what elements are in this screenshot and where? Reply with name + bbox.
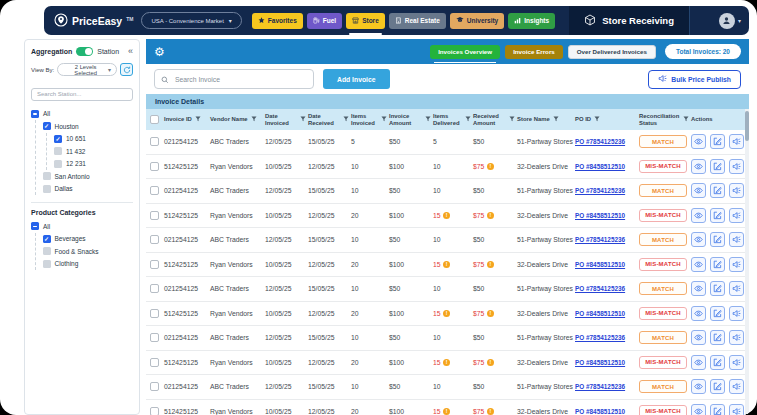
po-link[interactable]: PO #7854125236 <box>575 383 625 390</box>
po-link[interactable]: PO #7854125236 <box>575 285 625 292</box>
checkbox-all[interactable] <box>31 110 39 118</box>
edit-button[interactable] <box>710 404 725 415</box>
edit-button[interactable] <box>710 330 725 345</box>
po-link[interactable]: PO #8458512510 <box>575 408 625 415</box>
publish-button[interactable] <box>729 183 744 198</box>
po-link[interactable]: PO #7854125236 <box>575 138 625 145</box>
nav-item-store[interactable]: Store <box>346 13 385 29</box>
publish-button[interactable] <box>729 257 744 272</box>
nav-item-insights[interactable]: Insights <box>508 13 555 29</box>
view-button[interactable] <box>691 232 706 247</box>
checkbox-all[interactable] <box>31 222 39 230</box>
edit-button[interactable] <box>710 134 725 149</box>
edit-button[interactable] <box>710 306 725 321</box>
view-button[interactable] <box>691 379 706 394</box>
bulk-price-publish-button[interactable]: Bulk Price Publish <box>648 70 741 89</box>
checkbox-12-231[interactable] <box>54 160 62 168</box>
filter-icon[interactable] <box>195 116 201 123</box>
view-button[interactable] <box>691 355 706 370</box>
tree-item-dallas[interactable]: Dallas <box>43 183 134 196</box>
tree-item-beverages[interactable]: Beverages <box>43 233 134 246</box>
row-checkbox[interactable] <box>150 284 159 293</box>
edit-button[interactable] <box>710 355 725 370</box>
tree-item-11-432[interactable]: 11 432 <box>54 145 133 158</box>
po-link[interactable]: PO #8458512510 <box>575 261 625 268</box>
market-selector[interactable]: USA - Convenience Market ▾ <box>141 12 241 29</box>
publish-button[interactable] <box>729 379 744 394</box>
publish-button[interactable] <box>729 355 744 370</box>
row-checkbox[interactable] <box>150 211 159 220</box>
filter-icon[interactable] <box>465 116 471 123</box>
view-button[interactable] <box>691 404 706 415</box>
aggregation-toggle[interactable] <box>76 47 93 56</box>
edit-button[interactable] <box>710 281 725 296</box>
view-button[interactable] <box>691 183 706 198</box>
scrollbar-thumb[interactable] <box>745 111 749 141</box>
refresh-button[interactable] <box>120 63 133 76</box>
select-all-checkbox[interactable] <box>150 115 159 124</box>
publish-button[interactable] <box>729 330 744 345</box>
view-button[interactable] <box>691 134 706 149</box>
nav-item-fuel[interactable]: Fuel <box>307 13 342 29</box>
publish-button[interactable] <box>729 404 744 415</box>
tree-item-clothing[interactable]: Clothing <box>43 258 134 271</box>
tree-item-all[interactable]: All <box>31 220 133 233</box>
filter-icon[interactable] <box>425 116 431 123</box>
view-button[interactable] <box>691 281 706 296</box>
publish-button[interactable] <box>729 208 744 223</box>
publish-button[interactable] <box>729 134 744 149</box>
nav-item-real-estate[interactable]: Real Estate <box>389 13 446 29</box>
filter-icon[interactable] <box>594 116 600 123</box>
collapse-sidebar-icon[interactable]: « <box>128 47 133 56</box>
view-button[interactable] <box>691 306 706 321</box>
nav-item-favorites[interactable]: Favorites <box>252 13 303 29</box>
checkbox-food-snacks[interactable] <box>43 247 51 255</box>
row-checkbox[interactable] <box>150 382 159 391</box>
filter-icon[interactable] <box>251 116 257 123</box>
view-button[interactable] <box>691 257 706 272</box>
row-checkbox[interactable] <box>150 137 159 146</box>
tab-over-delivered-invoices[interactable]: Over Delivered Invoices <box>568 45 656 59</box>
po-link[interactable]: PO #7854125236 <box>575 187 625 194</box>
edit-button[interactable] <box>710 208 725 223</box>
publish-button[interactable] <box>729 306 744 321</box>
checkbox-10-651[interactable] <box>54 135 62 143</box>
po-link[interactable]: PO #8458512510 <box>575 359 625 366</box>
view-button[interactable] <box>691 330 706 345</box>
publish-button[interactable] <box>729 159 744 174</box>
checkbox-houston[interactable] <box>43 122 51 130</box>
po-link[interactable]: PO #7854125236 <box>575 334 625 341</box>
row-checkbox[interactable] <box>150 407 159 415</box>
tree-item-food-snacks[interactable]: Food & Snacks <box>43 245 134 258</box>
checkbox-clothing[interactable] <box>43 260 51 268</box>
row-checkbox[interactable] <box>150 186 159 195</box>
filter-icon[interactable] <box>553 116 559 123</box>
tree-item-12-231[interactable]: 12 231 <box>54 158 133 171</box>
station-search-input[interactable] <box>31 88 133 101</box>
filter-icon[interactable] <box>381 116 387 123</box>
view-button[interactable] <box>691 208 706 223</box>
filter-icon[interactable] <box>509 116 515 123</box>
po-link[interactable]: PO #7854125236 <box>575 236 625 243</box>
nav-item-university[interactable]: University <box>450 13 504 29</box>
row-checkbox[interactable] <box>150 358 159 367</box>
row-checkbox[interactable] <box>150 260 159 269</box>
tree-item-10-651[interactable]: 10 651 <box>54 133 133 146</box>
tab-invoices-overview[interactable]: Invoices Overview <box>430 45 500 59</box>
view-by-dropdown[interactable]: 2 Levels Selected ▾ <box>57 63 117 76</box>
add-invoice-button[interactable]: Add Invoice <box>323 69 390 89</box>
tab-invoice-errors[interactable]: Invoice Errors <box>505 45 563 59</box>
edit-button[interactable] <box>710 232 725 247</box>
edit-button[interactable] <box>710 379 725 394</box>
edit-button[interactable] <box>710 159 725 174</box>
publish-button[interactable] <box>729 232 744 247</box>
invoice-search-input[interactable] <box>173 75 307 84</box>
row-checkbox[interactable] <box>150 235 159 244</box>
publish-button[interactable] <box>729 281 744 296</box>
checkbox-san-antonio[interactable] <box>43 172 51 180</box>
checkbox-beverages[interactable] <box>43 235 51 243</box>
po-link[interactable]: PO #8458512510 <box>575 310 625 317</box>
tree-item-houston[interactable]: Houston <box>43 120 134 133</box>
po-link[interactable]: PO #8458512510 <box>575 163 625 170</box>
view-button[interactable] <box>691 159 706 174</box>
